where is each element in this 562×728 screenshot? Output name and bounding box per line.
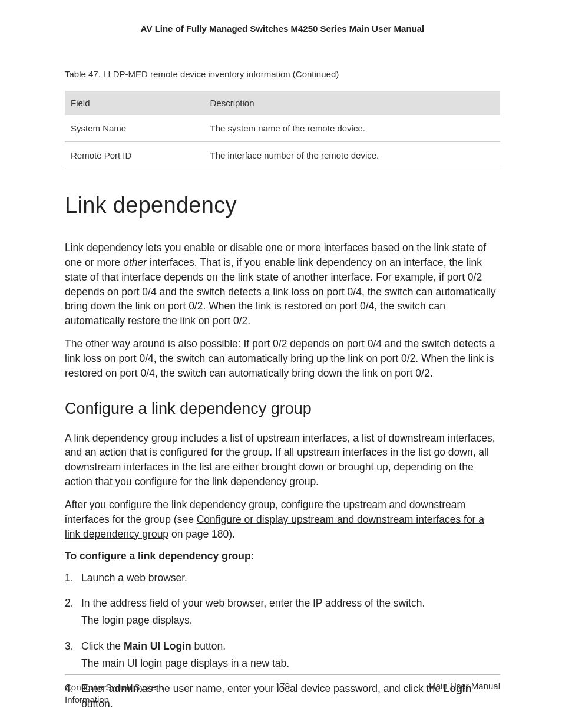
page-footer: Configure Switch System Information 179 …: [65, 674, 500, 706]
table-header-description: Description: [204, 91, 500, 115]
step-subtext: The login page displays.: [81, 613, 500, 628]
procedure-heading: To configure a link dependency group:: [65, 550, 500, 562]
body-paragraph: After you configure the link dependency …: [65, 498, 500, 542]
footer-section-name: Configure Switch System Information: [65, 681, 194, 706]
table-cell-desc: The system name of the remote device.: [204, 115, 500, 142]
body-paragraph: The other way around is also possible: I…: [65, 337, 500, 381]
table-caption: Table 47. LLDP-MED remote device invento…: [65, 69, 500, 79]
footer-manual-name: Main User Manual: [428, 681, 500, 691]
table-header-field: Field: [65, 91, 204, 115]
table-row: Remote Port ID The interface number of t…: [65, 142, 500, 169]
subsection-heading: Configure a link dependency group: [65, 400, 500, 418]
step-item: Click the Main UI Login button. The main…: [81, 639, 500, 671]
table-cell-desc: The interface number of the remote devic…: [204, 142, 500, 169]
footer-page-number: 179: [275, 681, 290, 691]
document-header-title: AV Line of Fully Managed Switches M4250 …: [65, 24, 500, 34]
section-heading: Link dependency: [65, 193, 500, 218]
step-subtext: The main UI login page displays in a new…: [81, 656, 500, 671]
step-item: In the address field of your web browser…: [81, 596, 500, 628]
step-text: button.: [191, 640, 226, 652]
table-cell-field: System Name: [65, 115, 204, 142]
body-paragraph: Link dependency lets you enable or disab…: [65, 241, 500, 328]
step-text: In the address field of your web browser…: [81, 597, 425, 609]
step-text: Click the: [81, 640, 124, 652]
inventory-table: Field Description System Name The system…: [65, 91, 500, 169]
table-cell-field: Remote Port ID: [65, 142, 204, 169]
step-item: Launch a web browser.: [81, 571, 500, 585]
table-header-row: Field Description: [65, 91, 500, 115]
step-text: Launch a web browser.: [81, 572, 187, 584]
table-row: System Name The system name of the remot…: [65, 115, 500, 142]
body-paragraph: A link dependency group includes a list …: [65, 431, 500, 489]
bold-text: Main UI Login: [124, 640, 191, 652]
text-segment: on page 180).: [168, 528, 235, 540]
italic-text: other: [123, 256, 147, 268]
